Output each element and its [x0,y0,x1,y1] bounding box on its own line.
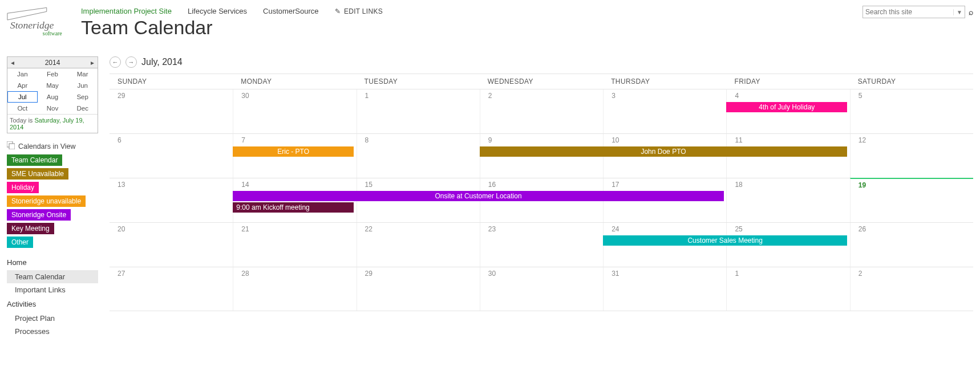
day-cell[interactable]: 17 [603,178,726,222]
day-cell[interactable]: 25 [726,223,849,267]
day-cell[interactable]: 2 [480,89,603,133]
day-cell[interactable]: 24 [603,223,726,267]
calendar-chip[interactable]: SME Unavailable [7,168,68,180]
month-jul[interactable]: Jul [7,91,38,103]
dow-header: MONDAY [233,74,356,89]
search-scope-dropdown-icon[interactable]: ▼ [953,9,965,15]
month-nov[interactable]: Nov [38,103,68,114]
search-icon[interactable]: ⌕ [969,7,973,17]
dow-header: SATURDAY [850,74,973,89]
month-dec[interactable]: Dec [67,103,98,114]
year-label: 2014 [45,59,60,67]
nav-lifecycle[interactable]: Lifecycle Services [188,7,247,15]
arrow-left-icon: ← [112,59,119,66]
dow-header: THURSDAY [603,74,726,89]
pencil-icon: ✎ [335,7,341,15]
year-prev-icon[interactable]: ◂ [7,59,18,67]
day-cell[interactable]: 29 [357,267,480,311]
day-cell[interactable]: 19 [850,178,973,222]
calendar-chip[interactable]: Stoneridge Onsite [7,209,71,221]
day-cell[interactable]: 20 [110,223,233,267]
calendar-chip[interactable]: Stoneridge unavailable [7,195,86,207]
today-prefix: Today is [10,117,34,124]
leftnav-important-links[interactable]: Important Links [7,283,98,296]
site-search[interactable]: ▼ [862,6,965,18]
nav-implementation[interactable]: Implementation Project Site [81,7,172,15]
day-cell[interactable]: 12 [850,134,973,178]
month-feb[interactable]: Feb [38,68,68,80]
day-cell[interactable]: 22 [357,223,480,267]
day-cell[interactable]: 15 [357,178,480,222]
today-line: Today is Saturday, July 19, 2014 [7,114,98,133]
day-cell[interactable]: 5 [850,89,973,133]
month-aug[interactable]: Aug [38,91,68,103]
leftnav-team-calendar[interactable]: Team Calendar [7,270,98,283]
month-apr[interactable]: Apr [7,80,38,91]
arrow-right-icon: → [128,59,135,66]
day-cell[interactable]: 16 [480,178,603,222]
day-cell[interactable]: 28 [233,267,356,311]
dow-header: TUESDAY [357,74,480,89]
leftnav-processes[interactable]: Processes [7,325,98,338]
day-cell[interactable]: 2 [850,267,973,311]
day-cell[interactable]: 7 [233,134,356,178]
leftnav-activities[interactable]: Activities [7,300,98,308]
day-cell[interactable]: 14 [233,178,356,222]
site-logo[interactable]: Stoneridge software [5,5,79,40]
leftnav-project-plan[interactable]: Project Plan [7,312,98,325]
month-sep[interactable]: Sep [67,91,98,103]
day-cell[interactable]: 23 [480,223,603,267]
dow-header: WEDNESDAY [480,74,603,89]
dow-header: SUNDAY [110,74,233,89]
calendars-in-view-heading: Calendars in View [18,142,76,150]
year-next-icon[interactable]: ▸ [87,59,98,67]
month-may[interactable]: May [38,80,68,91]
day-cell[interactable]: 18 [726,178,849,222]
month-oct[interactable]: Oct [7,103,38,114]
day-cell[interactable]: 30 [480,267,603,311]
day-cell[interactable]: 26 [850,223,973,267]
calendar-overlay-icon [7,141,15,151]
calendar-chip[interactable]: Key Meeting [7,223,54,234]
day-cell[interactable]: 1 [726,267,849,311]
month-mar[interactable]: Mar [67,68,98,80]
calendar-chip[interactable]: Team Calendar [7,154,62,166]
day-cell[interactable]: 4 [726,89,849,133]
svg-text:Stoneridge: Stoneridge [10,19,54,31]
day-cell[interactable]: 8 [357,134,480,178]
svg-text:software: software [43,30,62,36]
day-cell[interactable]: 29 [110,89,233,133]
month-prev-button[interactable]: ← [110,56,121,68]
search-input[interactable] [863,8,953,16]
day-cell[interactable]: 30 [233,89,356,133]
day-cell[interactable]: 11 [726,134,849,178]
edit-links-button[interactable]: ✎ EDIT LINKS [335,7,383,15]
day-cell[interactable]: 6 [110,134,233,178]
leftnav-home[interactable]: Home [7,258,98,267]
day-cell[interactable]: 21 [233,223,356,267]
day-cell[interactable]: 27 [110,267,233,311]
calendar-month-title: July, 2014 [141,57,183,67]
month-jan[interactable]: Jan [7,68,38,80]
month-next-button[interactable]: → [125,56,137,68]
day-cell[interactable]: 10 [603,134,726,178]
day-cell[interactable]: 1 [357,89,480,133]
day-cell[interactable]: 9 [480,134,603,178]
page-title: Team Calendar [79,15,862,39]
day-cell[interactable]: 13 [110,178,233,222]
day-cell[interactable]: 31 [603,267,726,311]
day-cell[interactable]: 3 [603,89,726,133]
month-jun[interactable]: Jun [67,80,98,91]
mini-year-picker: ◂ 2014 ▸ JanFebMarAprMayJunJulAugSepOctN… [7,56,98,133]
nav-customersource[interactable]: CustomerSource [263,7,319,15]
dow-header: FRIDAY [726,74,849,89]
calendar-chip[interactable]: Other [7,237,33,248]
edit-links-label: EDIT LINKS [344,7,383,15]
svg-rect-3 [9,144,15,149]
calendar-chip[interactable]: Holiday [7,182,39,193]
